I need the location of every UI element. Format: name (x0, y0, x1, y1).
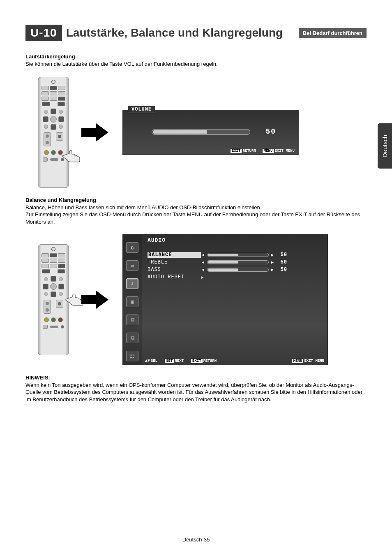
figure-volume: VOLUME 50 EXITRETURN MENUEXIT MENU (25, 77, 367, 188)
section2-line1: Balance, Höhen und Bass lassen sich mit … (25, 204, 367, 211)
osd-item-treble: TREBLE ◀▶ 50 (148, 259, 323, 266)
osd-sidebar-icon-screen: ▭ (126, 260, 138, 271)
hand-pointer-icon (60, 148, 81, 163)
language-tab: Deutsch (378, 123, 392, 169)
page-title-row: U-10 Lautstärke, Balance und Klangregelu… (25, 25, 367, 43)
osd-sidebar-icon-osd1: ⧉ (126, 314, 138, 325)
osd-audio-items: BALANCE ◀▶ 50 TREBLE ◀▶ 50 BASS ◀▶ 50 (148, 251, 323, 281)
page-number: Deutsch-35 (0, 536, 392, 543)
arrow-right-icon (81, 122, 110, 143)
osd-volume-footer: EXITRETURN MENUEXIT MENU (231, 149, 295, 153)
osd-sidebar-icon-audio: ♪ (126, 278, 138, 289)
page-title: Lautstärke, Balance und Klangregelung (66, 26, 295, 39)
osd-sidebar-icon-osd2: ⧉ (126, 333, 138, 343)
osd-volume-value: 50 (265, 127, 276, 136)
osd-item-audio-reset: AUDIO RESET ▶ (148, 273, 323, 281)
osd-audio-bottombar: ▲▼SEL SETNEXT EXITRETURN MENUEXIT MENU (145, 358, 324, 363)
figure-audio: ◐ ▭ ♪ ▣ ⧉ ⧉ ☷ AUDIO BALANCE ◀▶ 50 TREBLE (25, 234, 367, 365)
hinweis-block: HINWEIS: Wenn kein Ton ausgegeben wird, … (25, 374, 367, 403)
osd-volume-panel: VOLUME 50 EXITRETURN MENUEXIT MENU (122, 110, 299, 155)
osd-audio-title: AUDIO (148, 237, 166, 243)
remote-illustration (38, 244, 69, 355)
section2-line2: Zur Einstellung zeigen Sie das OSD-Menü … (25, 211, 367, 225)
hinweis-heading: HINWEIS: (25, 374, 367, 382)
arrow-right-icon (81, 289, 110, 310)
sub-badge: Bei Bedarf durchführen (299, 28, 367, 38)
section1-heading: Lautstärkeregelung (25, 53, 367, 60)
osd-volume-slider (152, 129, 250, 135)
osd-sidebar: ◐ ▭ ♪ ▣ ⧉ ⧉ ☷ (123, 235, 142, 365)
osd-item-balance: BALANCE ◀▶ 50 (148, 251, 323, 259)
section-number-badge: U-10 (25, 25, 62, 41)
language-tab-label: Deutsch (381, 134, 388, 157)
osd-sidebar-icon-brightness: ◐ (126, 242, 138, 253)
remote-illustration (38, 77, 69, 188)
section2-heading: Balance und Klangregelung (25, 197, 367, 203)
osd-sidebar-icon-multi: ☷ (126, 351, 138, 361)
osd-volume-label: VOLUME (128, 106, 155, 113)
osd-audio-panel: ◐ ▭ ♪ ▣ ⧉ ⧉ ☷ AUDIO BALANCE ◀▶ 50 TREBLE (122, 234, 328, 365)
osd-sidebar-icon-pip: ▣ (126, 296, 138, 307)
section1-text: Sie können die Lautstärke über die Taste… (25, 60, 367, 68)
osd-item-bass: BASS ◀▶ 50 (148, 266, 323, 273)
hinweis-text: Wenn kein Ton ausgegeben wird, wenn ein … (25, 382, 367, 403)
